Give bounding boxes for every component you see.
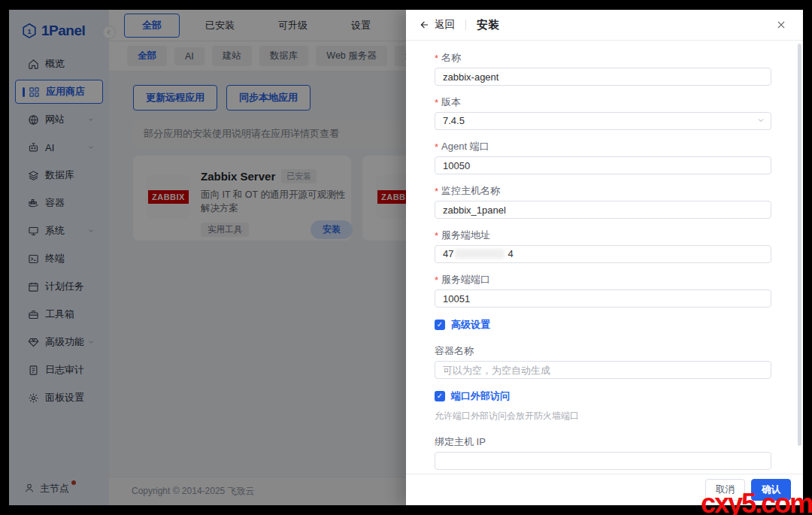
container-name-label: 容器名称 xyxy=(435,344,771,358)
drawer-header: 返回 安装 xyxy=(406,10,803,41)
container-name-input[interactable] xyxy=(435,361,771,379)
close-button[interactable] xyxy=(776,20,786,30)
server-port-input[interactable] xyxy=(435,289,771,307)
arrow-left-icon xyxy=(420,20,430,30)
drawer-title: 安装 xyxy=(477,18,499,32)
port-external-label: 端口外部访问 xyxy=(451,389,510,403)
drawer-scrollbar[interactable] xyxy=(798,44,801,446)
header-divider xyxy=(465,20,466,30)
back-button[interactable]: 返回 xyxy=(420,18,455,32)
server-address-label: 服务端地址 xyxy=(435,229,771,242)
checkbox-checked-icon: ✓ xyxy=(435,320,445,330)
bind-ip-label: 绑定主机 IP xyxy=(435,435,771,449)
install-form: 名称 版本 7.4.5 Agent 端口 监控主机名称 服务端地址 474 xyxy=(406,41,803,474)
name-input[interactable] xyxy=(435,68,771,86)
back-label: 返回 xyxy=(435,18,455,32)
advanced-settings-checkbox[interactable]: ✓ 高级设置 xyxy=(435,317,771,332)
close-icon xyxy=(776,20,786,30)
bind-ip-input[interactable] xyxy=(435,452,771,470)
monitor-hostname-input[interactable] xyxy=(435,201,771,219)
advanced-settings-label: 高级设置 xyxy=(451,318,490,332)
agent-port-label: Agent 端口 xyxy=(435,140,771,153)
app-window: 1 1Panel 概览 应用商店 网站 xyxy=(9,10,803,505)
watermark: cxy5.com xyxy=(701,490,812,515)
name-field-label: 名称 xyxy=(435,51,771,65)
server-address-input[interactable]: 474 xyxy=(435,245,771,263)
monitor-hostname-label: 监控主机名称 xyxy=(435,184,771,198)
chevron-down-icon xyxy=(756,116,765,125)
checkbox-checked-icon: ✓ xyxy=(435,391,445,401)
port-external-helper: 允许端口外部访问会放开防火墙端口 xyxy=(435,410,771,423)
server-port-label: 服务端端口 xyxy=(435,273,771,286)
port-external-checkbox[interactable]: ✓ 端口外部访问 xyxy=(435,389,771,404)
install-drawer: 返回 安装 名称 版本 7.4.5 Agent 端口 xyxy=(406,10,803,505)
redacted-blur xyxy=(455,249,504,259)
version-field-label: 版本 xyxy=(435,95,771,109)
agent-port-input[interactable] xyxy=(435,156,771,174)
version-select[interactable]: 7.4.5 xyxy=(435,112,771,130)
